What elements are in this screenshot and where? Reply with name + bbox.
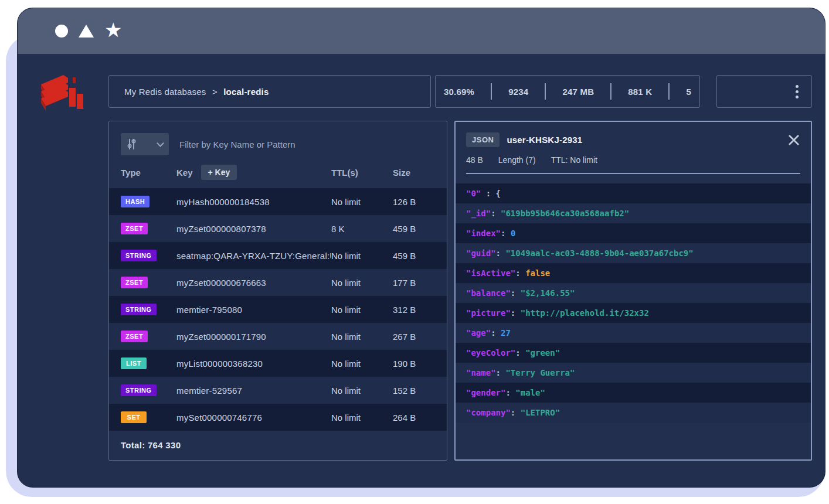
breadcrumb-separator: >	[212, 87, 218, 97]
add-key-button[interactable]: + Key	[201, 165, 237, 180]
key-type-badge: STRING	[121, 384, 157, 396]
key-ttl: No limit	[331, 413, 393, 423]
column-header-ttl: TTL(s)	[331, 168, 393, 178]
db-stats-bar: 30.69%9234247 MB881 K5	[435, 75, 700, 108]
sliders-icon	[127, 138, 137, 151]
json-line[interactable]: "_id": "619bb95b646ca30a568aafb2"	[456, 203, 811, 223]
json-line[interactable]: "0" : {	[456, 183, 811, 203]
key-type-badge: STRING	[121, 304, 157, 315]
json-value: "$2,146.55"	[521, 288, 575, 298]
table-row[interactable]: HASHmyHash000000184538No limit126 B	[109, 188, 447, 215]
chevron-down-icon	[157, 139, 164, 147]
key-name: myZset000000171790	[176, 332, 331, 342]
json-colon: :	[511, 288, 521, 298]
detail-meta: 48 B Length (7) TTL: No limit	[456, 147, 811, 165]
star-icon: ★	[104, 23, 122, 36]
kebab-icon[interactable]	[793, 83, 801, 101]
table-row[interactable]: STRINGseatmap:QARA-YRXA-TZUY:General:UFN…	[109, 242, 447, 269]
redis-logo	[36, 68, 108, 115]
json-key: "eyeColor"	[466, 348, 515, 357]
key-ttl: No limit	[331, 251, 393, 261]
json-key: "name"	[466, 368, 496, 377]
key-ttl: 8 K	[331, 224, 393, 234]
json-key: "picture"	[466, 308, 511, 318]
json-line[interactable]: "name": "Terry Guerra"	[456, 363, 811, 383]
stat-value: 881 K	[628, 76, 652, 107]
stat-divider	[610, 83, 611, 100]
key-type-badge: LIST	[121, 357, 147, 369]
key-name: myZset000000676663	[176, 278, 331, 288]
key-type-badge: STRING	[121, 250, 157, 261]
json-line[interactable]: "gender": "male"	[456, 383, 811, 403]
circle-icon	[55, 25, 68, 38]
json-value: "LETPRO"	[521, 408, 560, 417]
key-name: memtier-529567	[176, 386, 331, 396]
json-key: "isActive"	[466, 268, 515, 278]
key-type-badge: ZSET	[121, 331, 148, 342]
json-line[interactable]: "age": 27	[456, 323, 811, 343]
json-key: "age"	[466, 328, 491, 338]
table-row[interactable]: SETmySet000000746776No limit264 B	[109, 404, 447, 431]
key-size: 177 B	[393, 278, 435, 288]
detail-size: 48 B	[466, 155, 483, 165]
json-colon: :	[501, 229, 511, 238]
json-line[interactable]: "balance": "$2,146.55"	[456, 283, 811, 303]
json-colon: :	[505, 388, 515, 397]
json-value: "Terry Guerra"	[505, 368, 575, 377]
json-value: "green"	[525, 348, 560, 357]
json-viewer: "0" : {"_id": "619bb95b646ca30a568aafb2"…	[456, 183, 811, 423]
json-key: "index"	[466, 229, 501, 238]
json-value: false	[525, 268, 550, 278]
table-row[interactable]: ZSETmyZset0000008073788 K459 B	[109, 215, 447, 242]
key-name: myHash000000184538	[176, 197, 331, 207]
key-name: seatmap:QARA-YRXA-TZUY:General:UF	[176, 251, 331, 261]
breadcrumb[interactable]: My Redis databases > local-redis	[108, 75, 431, 108]
key-ttl: No limit	[331, 278, 393, 288]
key-type-badge: SET	[121, 411, 147, 423]
total-keys-label: Total: 764 330	[109, 431, 447, 459]
json-colon: :	[515, 268, 525, 278]
key-name: myZset000000807378	[176, 224, 331, 234]
table-row[interactable]: LISTmyList000000368230No limit190 B	[109, 350, 447, 377]
key-ttl: No limit	[331, 332, 393, 342]
key-size: 267 B	[393, 332, 435, 342]
filter-search-input[interactable]: Filter by Key Name or Pattern	[179, 139, 295, 149]
filter-type-dropdown[interactable]	[121, 133, 169, 155]
key-ttl: No limit	[331, 386, 393, 396]
key-size: 152 B	[393, 386, 435, 396]
key-size: 264 B	[393, 413, 435, 423]
close-icon[interactable]	[787, 134, 800, 147]
json-line[interactable]: "picture": "http://placehold.it/32x32	[456, 303, 811, 323]
json-value: 0	[511, 229, 515, 238]
table-row[interactable]: ZSETmyZset000000676663No limit177 B	[109, 269, 447, 296]
key-type-badge: HASH	[121, 196, 150, 207]
stat-value: 5	[686, 76, 691, 107]
json-value: 27	[501, 328, 511, 338]
window-titlebar: ★	[18, 8, 825, 54]
json-key: "guid"	[466, 248, 496, 258]
detail-divider	[466, 173, 800, 174]
stat-divider	[668, 83, 670, 100]
json-colon: :	[491, 209, 501, 218]
table-row[interactable]: STRINGmemtier-795080No limit312 B	[109, 296, 447, 323]
detail-header: JSON user-KHSKJ-2931	[456, 122, 811, 147]
top-bar: My Redis databases > local-redis 30.69%9…	[36, 75, 812, 108]
json-value: "male"	[515, 388, 545, 397]
table-row[interactable]: STRINGmemtier-529567No limit152 B	[109, 377, 447, 404]
key-ttl: No limit	[331, 197, 393, 207]
stat-value: 9234	[508, 76, 528, 107]
json-line[interactable]: "company": "LETPRO"	[456, 403, 811, 423]
stat-divider	[545, 83, 546, 100]
breadcrumb-root[interactable]: My Redis databases	[124, 87, 206, 97]
json-key: "company"	[466, 408, 511, 417]
key-size: 459 B	[393, 224, 435, 234]
key-detail-panel: JSON user-KHSKJ-2931 48 B Length (7) TTL…	[454, 121, 812, 461]
table-row[interactable]: ZSETmyZset000000171790No limit267 B	[109, 323, 447, 350]
json-line[interactable]: "isActive": false	[456, 263, 811, 283]
json-line[interactable]: "guid": "1049aalc-ac03-4888-9b04-ae037a6…	[456, 243, 811, 263]
json-line[interactable]: "index": 0	[456, 223, 811, 243]
json-line[interactable]: "eyeColor": "green"	[456, 343, 811, 363]
key-type-badge: ZSET	[121, 277, 148, 288]
detail-ttl: TTL: No limit	[551, 155, 597, 165]
json-type-badge: JSON	[466, 132, 500, 147]
